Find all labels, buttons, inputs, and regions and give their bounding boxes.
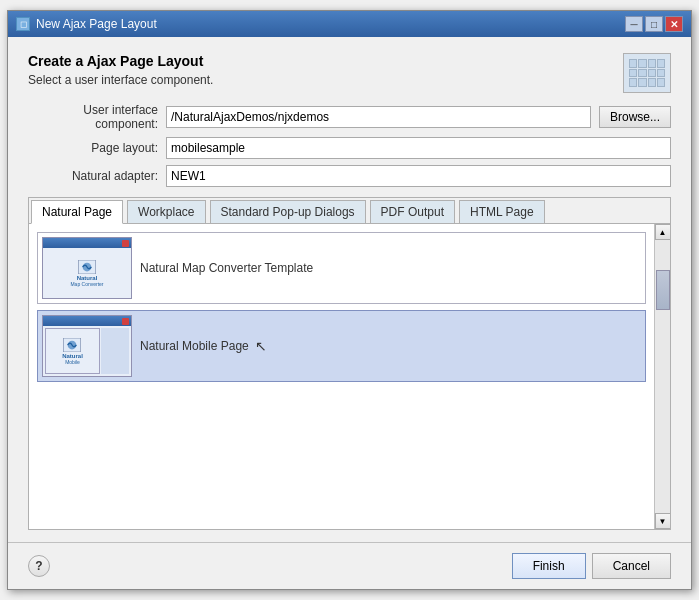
natural-logo-text-2: Natural (62, 353, 83, 359)
natural-logo-text-1: Natural (77, 275, 98, 281)
finish-button[interactable]: Finish (512, 553, 586, 579)
tab-workplace[interactable]: Workplace (127, 200, 205, 223)
scroll-track[interactable] (655, 240, 671, 513)
ui-component-label: User interface component: (28, 103, 158, 131)
tab-content: Natural Map Converter Natural Map Conver… (29, 224, 670, 529)
natural-logo-1: Natural Map Converter (70, 260, 103, 287)
dialog-content: Create a Ajax Page Layout Select a user … (8, 37, 691, 542)
tab-standard-popup[interactable]: Standard Pop-up Dialogs (210, 200, 366, 223)
dialog-subtitle: Select a user interface component. (28, 73, 213, 87)
thumb-close-1 (122, 240, 129, 247)
cursor-indicator: ↖ (255, 338, 267, 354)
tab-pdf-output[interactable]: PDF Output (370, 200, 455, 223)
tab-bar: Natural Page Workplace Standard Pop-up D… (29, 198, 670, 224)
window-title: New Ajax Page Layout (36, 17, 157, 31)
template-thumb-map-converter: Natural Map Converter (42, 237, 132, 299)
page-layout-row: Page layout: (28, 137, 671, 159)
tab-html-page[interactable]: HTML Page (459, 200, 545, 223)
dialog-heading: Create a Ajax Page Layout (28, 53, 213, 69)
template-name-mobile-page: Natural Mobile Page ↖ (140, 338, 267, 354)
natural-logo-subtext-1: Map Converter (70, 282, 103, 287)
natural-adapter-label: Natural adapter: (28, 169, 158, 183)
tab-natural-page[interactable]: Natural Page (31, 200, 123, 224)
thumb-close-2 (122, 318, 129, 325)
browse-button[interactable]: Browse... (599, 106, 671, 128)
natural-logo-icon-2 (63, 338, 81, 352)
natural-logo-icon-1 (78, 260, 96, 274)
header-icon (623, 53, 671, 93)
dialog-window: ◻ New Ajax Page Layout ─ □ ✕ Create a Aj… (7, 10, 692, 590)
window-controls: ─ □ ✕ (625, 16, 683, 32)
page-layout-label: Page layout: (28, 141, 158, 155)
thumb-titlebar-2 (43, 316, 131, 326)
scroll-down-button[interactable]: ▼ (655, 513, 671, 529)
template-item-mobile-page[interactable]: Natural Mobile Natural Mobile Page ↖ (37, 310, 646, 382)
template-list: Natural Map Converter Natural Map Conver… (29, 224, 654, 529)
close-button[interactable]: ✕ (665, 16, 683, 32)
header-section: Create a Ajax Page Layout Select a user … (28, 53, 671, 93)
cancel-button[interactable]: Cancel (592, 553, 671, 579)
template-thumb-mobile-page: Natural Mobile (42, 315, 132, 377)
scrollbar[interactable]: ▲ ▼ (654, 224, 670, 529)
thumb-body-1: Natural Map Converter (43, 248, 131, 298)
page-layout-input[interactable] (166, 137, 671, 159)
template-item-map-converter[interactable]: Natural Map Converter Natural Map Conver… (37, 232, 646, 304)
template-name-map-converter: Natural Map Converter Template (140, 261, 313, 275)
grid-icon (629, 59, 665, 87)
thumb-mobile-left: Natural Mobile (45, 328, 100, 374)
tabs-container: Natural Page Workplace Standard Pop-up D… (28, 197, 671, 530)
footer-buttons: Finish Cancel (512, 553, 671, 579)
thumb-titlebar-1 (43, 238, 131, 248)
natural-logo-2: Natural Mobile (62, 338, 83, 365)
minimize-button[interactable]: ─ (625, 16, 643, 32)
header-left: Create a Ajax Page Layout Select a user … (28, 53, 213, 87)
natural-logo-subtext-2: Mobile (65, 360, 80, 365)
window-icon: ◻ (16, 17, 30, 31)
dialog-footer: ? Finish Cancel (8, 542, 691, 589)
thumb-mobile-body: Natural Mobile (43, 326, 131, 376)
natural-adapter-input[interactable] (166, 165, 671, 187)
ui-component-input[interactable] (166, 106, 591, 128)
form-section: User interface component: Browse... Page… (28, 103, 671, 187)
help-button[interactable]: ? (28, 555, 50, 577)
ui-component-row: User interface component: Browse... (28, 103, 671, 131)
thumb-mobile-right (101, 328, 129, 374)
maximize-button[interactable]: □ (645, 16, 663, 32)
natural-adapter-row: Natural adapter: (28, 165, 671, 187)
title-bar: ◻ New Ajax Page Layout ─ □ ✕ (8, 11, 691, 37)
scroll-up-button[interactable]: ▲ (655, 224, 671, 240)
scroll-thumb[interactable] (656, 270, 670, 310)
